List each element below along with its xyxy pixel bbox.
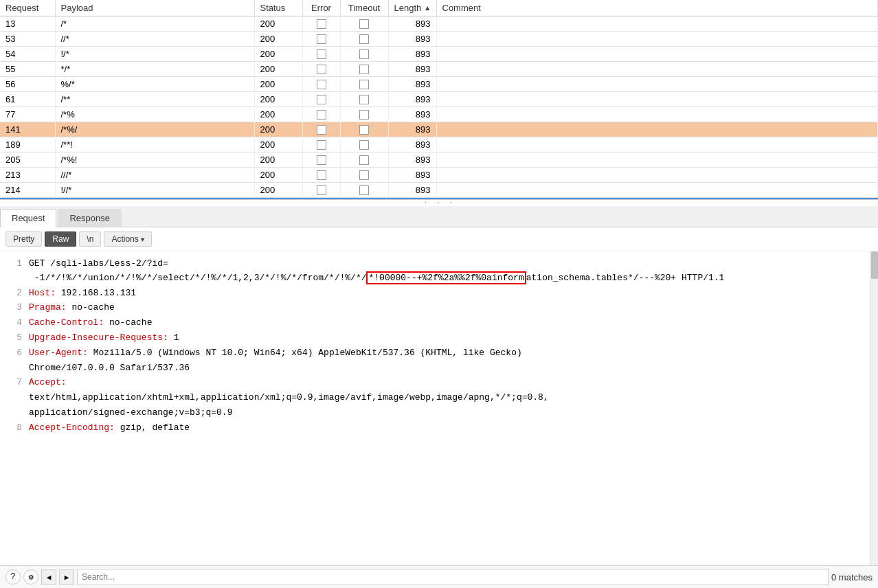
request-line: 3Pragma: no-cache <box>8 301 862 315</box>
table-row[interactable]: 189/**!200893 <box>0 137 878 152</box>
table-cell <box>436 122 878 137</box>
chevron-down-icon: ▾ <box>141 236 144 243</box>
checkbox[interactable] <box>359 65 369 74</box>
checkbox[interactable] <box>359 185 369 195</box>
tab-response[interactable]: Response <box>58 209 122 227</box>
table-row[interactable]: 53//*200893 <box>0 32 878 47</box>
table-cell: 61 <box>0 92 55 107</box>
line-number: 5 <box>8 331 22 346</box>
table-cell <box>436 62 878 77</box>
checkbox[interactable] <box>317 95 326 104</box>
scrollbar-thumb[interactable] <box>871 251 878 279</box>
table-row[interactable]: 56%/*200893 <box>0 77 878 92</box>
right-scrollbar[interactable] <box>870 251 878 565</box>
checkbox[interactable] <box>317 34 326 44</box>
request-line: 2Host: 192.168.13.131 <box>8 286 862 301</box>
table-cell: 893 <box>388 47 436 62</box>
checkbox[interactable] <box>359 110 369 120</box>
settings-icon-button[interactable]: ⚙ <box>23 569 38 585</box>
table-cell: !/* <box>55 47 254 62</box>
checkbox[interactable] <box>359 34 369 44</box>
table-row[interactable]: 54!/*200893 <box>0 47 878 62</box>
table-cell: 893 <box>388 168 436 183</box>
table-cell: /** <box>55 92 254 107</box>
checkbox[interactable] <box>359 170 369 180</box>
help-icon-button[interactable]: ? <box>5 569 21 585</box>
request-line: 6User-Agent: Mozilla/5.0 (Windows NT 10.… <box>8 346 862 361</box>
request-line: 7Accept: <box>8 376 862 390</box>
table-row[interactable]: 213///*200893 <box>0 168 878 183</box>
table-cell: //* <box>55 32 254 47</box>
raw-button[interactable]: Raw <box>45 231 76 247</box>
table-cell: 200 <box>254 32 302 47</box>
matches-count: 0 matches <box>831 572 873 583</box>
table-row[interactable]: 205/*%!200893 <box>0 152 878 168</box>
table-cell <box>436 16 878 32</box>
checkbox[interactable] <box>317 110 326 120</box>
line-number: 4 <box>8 316 22 330</box>
checkbox[interactable] <box>317 49 326 59</box>
checkbox[interactable] <box>317 80 326 89</box>
checkbox[interactable] <box>317 125 326 135</box>
search-prev-button[interactable]: ◀ <box>41 569 56 585</box>
table-cell: 213 <box>0 168 55 183</box>
actions-button[interactable]: Actions ▾ <box>104 231 151 247</box>
checkbox[interactable] <box>359 140 369 150</box>
table-row[interactable]: 55*/*200893 <box>0 62 878 77</box>
line-number: 7 <box>8 376 22 390</box>
pretty-button[interactable]: Pretty <box>5 231 42 247</box>
search-input[interactable] <box>77 569 829 585</box>
checkbox[interactable] <box>359 49 369 59</box>
table-cell: 13 <box>0 16 55 32</box>
checkbox[interactable] <box>359 125 369 135</box>
sort-arrow-icon: ▲ <box>424 4 431 12</box>
table-row[interactable]: 141/*%/200893 <box>0 122 878 137</box>
request-line: text/html,application/xhtml+xml,applicat… <box>8 391 862 405</box>
table-cell: /*%/ <box>55 122 254 137</box>
col-header-comment: Comment <box>436 0 878 16</box>
checkbox[interactable] <box>317 185 326 195</box>
resize-handle[interactable]: · · · <box>0 199 878 206</box>
table-row[interactable]: 214!//*200893 <box>0 183 878 198</box>
table-cell: %/* <box>55 77 254 92</box>
checkbox[interactable] <box>359 19 369 29</box>
line-number: 8 <box>8 421 22 436</box>
table-cell: 200 <box>254 77 302 92</box>
line-content: Accept-Encoding: gzip, deflate <box>29 421 862 436</box>
request-line: 5Upgrade-Insecure-Requests: 1 <box>8 331 862 346</box>
tab-request[interactable]: Request <box>0 209 56 227</box>
checkbox[interactable] <box>317 65 326 74</box>
table-cell: 200 <box>254 16 302 32</box>
col-header-payload: Payload <box>55 0 254 16</box>
search-next-button[interactable]: ▶ <box>59 569 74 585</box>
checkbox[interactable] <box>317 155 326 165</box>
table-cell <box>436 183 878 198</box>
table-cell: 893 <box>388 183 436 198</box>
table-cell: /**! <box>55 137 254 152</box>
table-cell <box>436 168 878 183</box>
checkbox[interactable] <box>317 170 326 180</box>
col-header-error: Error <box>302 0 340 16</box>
checkbox[interactable] <box>359 155 369 165</box>
table-cell: 55 <box>0 62 55 77</box>
checkbox[interactable] <box>317 19 326 29</box>
request-line: 4Cache-Control: no-cache <box>8 316 862 330</box>
request-toolbar: Pretty Raw \n Actions ▾ <box>0 227 878 251</box>
table-cell: 200 <box>254 168 302 183</box>
table-row[interactable]: 77/*%200893 <box>0 107 878 122</box>
checkbox[interactable] <box>359 95 369 104</box>
line-number: 3 <box>8 301 22 315</box>
col-header-request: Request <box>0 0 55 16</box>
checkbox[interactable] <box>317 140 326 150</box>
table-row[interactable]: 13/*200893 <box>0 16 878 32</box>
table-cell: ///* <box>55 168 254 183</box>
newline-button[interactable]: \n <box>79 231 101 247</box>
col-header-length[interactable]: Length ▲ <box>388 0 436 16</box>
line-number: 2 <box>8 286 22 301</box>
table-row[interactable]: 61/**200893 <box>0 92 878 107</box>
table-cell: 200 <box>254 152 302 168</box>
checkbox[interactable] <box>359 80 369 89</box>
table-cell: */* <box>55 62 254 77</box>
table-cell: 200 <box>254 92 302 107</box>
request-line: Chrome/107.0.0.0 Safari/537.36 <box>8 361 862 376</box>
